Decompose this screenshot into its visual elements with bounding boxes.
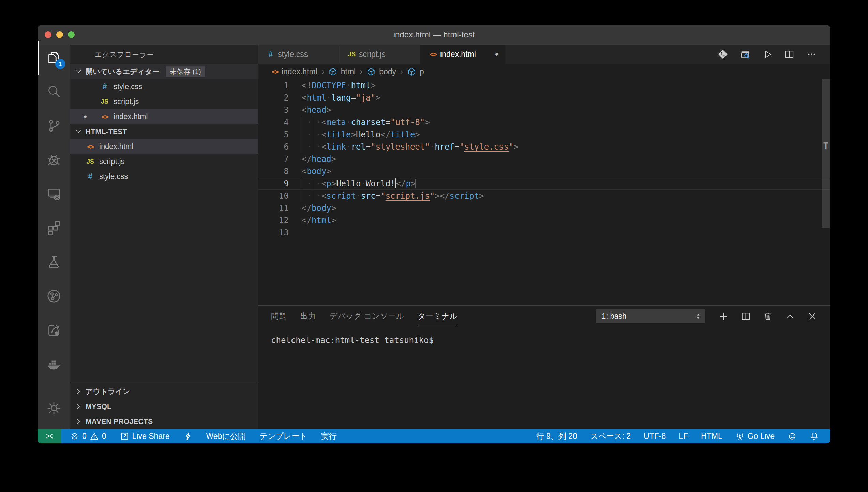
open-editor-style.css[interactable]: #style.css	[70, 79, 258, 94]
status-cursor-position[interactable]: 行 9、列 20	[536, 431, 577, 442]
tab-script.js[interactable]: JSscript.js	[339, 45, 420, 64]
activity-live-share[interactable]	[38, 313, 70, 347]
split-editor-button[interactable]	[784, 49, 795, 60]
code-line-13[interactable]: 13	[258, 227, 830, 239]
code-line-4[interactable]: 4 · ·<meta·charset="utf-8">	[258, 116, 830, 128]
code-line-5[interactable]: 5 · ·<title>Hello</title>	[258, 128, 830, 141]
sidebar-title: エクスプローラー	[70, 45, 258, 64]
tab-style.css[interactable]: #style.css	[258, 45, 339, 64]
more-actions-button[interactable]	[806, 49, 817, 60]
open-editor-index.html[interactable]: ●<>index.html	[70, 109, 258, 124]
new-terminal-button[interactable]	[718, 311, 729, 322]
run-file-button[interactable]	[762, 49, 773, 60]
status-template[interactable]: テンプレート	[259, 431, 308, 442]
status-quick-action-bolt[interactable]	[183, 432, 193, 441]
status-feedback[interactable]	[788, 432, 797, 441]
editor-scrollbar[interactable]	[822, 79, 830, 228]
close-panel-button[interactable]	[807, 311, 818, 322]
search-icon	[46, 84, 61, 99]
titlebar[interactable]: index.html — html-test	[38, 25, 830, 45]
status-text: Live Share	[132, 432, 170, 441]
code-line-8[interactable]: 8<body>	[258, 165, 830, 178]
activity-source-control[interactable]	[38, 109, 70, 143]
code-line-6[interactable]: 6 · ·<link·rel="stylesheet"·href="style.…	[258, 141, 830, 153]
close-window-button[interactable]	[45, 31, 51, 38]
section-mysql[interactable]: MYSQL	[70, 399, 258, 414]
code-line-content: </html>	[289, 214, 336, 227]
code-line-1[interactable]: 1<!DOCTYPE·html>	[258, 79, 830, 92]
open-editors-header[interactable]: 開いているエディター 未保存 (1)	[70, 64, 258, 79]
panel-tab-output[interactable]: 出力	[300, 306, 316, 327]
code-line-11[interactable]: 11</body>	[258, 202, 830, 214]
breadcrumb-segment[interactable]: body	[379, 67, 396, 76]
status-eol[interactable]: LF	[679, 432, 688, 441]
html-file-icon: <>	[272, 68, 278, 75]
status-encoding[interactable]: UTF-8	[644, 432, 666, 441]
terminal-select-value: 1: bash	[602, 312, 626, 321]
code-line-7[interactable]: 7</head>	[258, 153, 830, 165]
panel-tab-problems[interactable]: 問題	[271, 306, 287, 327]
kill-terminal-button[interactable]	[763, 311, 773, 322]
activity-docker[interactable]	[38, 347, 70, 381]
code-line-2[interactable]: 2<html·lang="ja">	[258, 92, 830, 104]
file-script.js[interactable]: JSscript.js	[70, 154, 258, 169]
activity-testing[interactable]	[38, 245, 70, 279]
remote-indicator[interactable]	[38, 429, 61, 443]
split-terminal-button[interactable]	[740, 311, 751, 322]
status-language-mode[interactable]: HTML	[701, 432, 722, 441]
folder-header[interactable]: HTML-TEST	[70, 124, 258, 139]
panel-tab-debug-console[interactable]: デバッグ コンソール	[330, 306, 404, 327]
terminal-select[interactable]: 1: bash	[596, 309, 705, 323]
status-go-live[interactable]: Go Live	[735, 432, 775, 441]
activity-manage-button[interactable]	[38, 396, 70, 420]
status-indentation[interactable]: スペース: 2	[590, 431, 631, 442]
activity-run-and-debug[interactable]	[38, 143, 70, 177]
line-number: 12	[258, 214, 289, 227]
activity-git-graph[interactable]	[38, 279, 70, 313]
breadcrumb-file[interactable]: index.html	[282, 67, 317, 76]
section-label: MYSQL	[86, 402, 111, 411]
open-editor-script.js[interactable]: JSscript.js	[70, 94, 258, 109]
activity-explorer[interactable]: 1	[38, 41, 70, 75]
terminal[interactable]: chelchel-mac:html-test tatsuhiko$	[258, 327, 830, 429]
bolt-icon	[183, 432, 193, 441]
status-live-share[interactable]: Live Share	[120, 432, 170, 441]
tab-label: style.css	[278, 50, 308, 59]
minimize-window-button[interactable]	[56, 31, 63, 38]
file-style.css[interactable]: #style.css	[70, 169, 258, 184]
status-run[interactable]: 実行	[321, 431, 337, 442]
golive-icon	[735, 432, 745, 441]
panel-tab-terminal[interactable]: ターミナル	[418, 306, 458, 327]
code-line-9[interactable]: 9 · ·<p>Hello·World!</p>	[258, 178, 830, 190]
beaker-icon	[46, 255, 61, 270]
activity-search[interactable]	[38, 75, 70, 109]
code-line-3[interactable]: 3<head>	[258, 104, 830, 116]
activity-extensions[interactable]	[38, 211, 70, 245]
html-file-icon: <>	[427, 50, 439, 58]
code-line-12[interactable]: 12</html>	[258, 214, 830, 227]
open-changes-button[interactable]	[718, 49, 728, 60]
tab-index.html[interactable]: <>index.html●	[420, 45, 506, 64]
status-notifications[interactable]	[810, 432, 819, 441]
status-publish-to-web[interactable]: Webに公開	[206, 431, 246, 442]
code-editor[interactable]: 1<!DOCTYPE·html>2<html·lang="ja">3<head>…	[258, 79, 830, 305]
section-outline[interactable]: アウトライン	[70, 384, 258, 399]
status-text: HTML	[701, 432, 722, 441]
zoom-window-button[interactable]	[68, 31, 75, 38]
code-line-10[interactable]: 10 · ·<script·src="script.js"></script>	[258, 190, 830, 202]
modified-dot[interactable]: ●	[495, 51, 498, 58]
section-maven-projects[interactable]: MAVEN PROJECTS	[70, 414, 258, 429]
breadcrumb-segment[interactable]: html	[341, 67, 356, 76]
status-problems[interactable]: 00	[70, 432, 106, 441]
line-number: 8	[258, 165, 289, 178]
activity-remote-explorer[interactable]	[38, 177, 70, 211]
line-number: 4	[258, 116, 289, 128]
unsaved-badge: 未保存 (1)	[166, 66, 205, 77]
open-preview-button[interactable]	[740, 49, 750, 60]
breadcrumb-segment[interactable]: p	[420, 67, 424, 76]
scrollbar-marker: T	[822, 140, 830, 152]
bell-icon	[810, 432, 819, 441]
maximize-panel-button[interactable]	[785, 311, 795, 322]
file-index.html[interactable]: <>index.html	[70, 139, 258, 154]
chevright-icon	[74, 402, 83, 411]
